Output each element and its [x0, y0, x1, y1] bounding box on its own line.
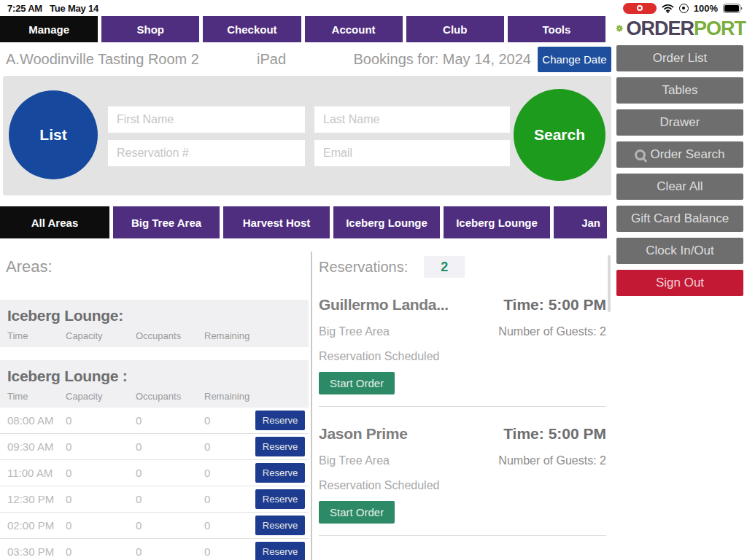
time-slot-row: 11:00 AM 0 0 0 Reserve	[0, 460, 309, 486]
column-headers: Time Capacity Occupants Remaining	[0, 330, 309, 341]
slot-occupants: 0	[136, 493, 204, 505]
area-tab[interactable]: Jan	[554, 206, 607, 238]
reservation-card: Jason Prime Time: 5:00 PM Big Tree Area …	[319, 425, 606, 536]
col-remaining: Remaining	[204, 391, 309, 402]
reserve-button[interactable]: Reserve	[255, 542, 305, 560]
slot-occupants: 0	[136, 414, 204, 427]
flower-icon	[616, 17, 623, 40]
guests-value: 2	[600, 454, 606, 467]
search-icon	[635, 149, 646, 160]
location-name: A.Woodinville Tasting Room 2	[6, 51, 199, 68]
location-header: A.Woodinville Tasting Room 2 iPad Bookin…	[0, 42, 613, 76]
slot-remaining: 0	[204, 545, 255, 558]
last-name-input[interactable]	[314, 106, 510, 133]
col-capacity: Capacity	[66, 330, 136, 341]
slot-remaining: 0	[204, 414, 255, 427]
change-date-button[interactable]: Change Date	[538, 47, 611, 72]
area-tab[interactable]: Harvest Host	[223, 206, 330, 238]
panel-divider	[311, 252, 312, 560]
reservation-number-input[interactable]	[108, 140, 305, 166]
sidebar-button[interactable]: Order Search	[616, 141, 743, 168]
col-remaining: Remaining	[204, 330, 309, 341]
search-button[interactable]: Search	[514, 89, 605, 181]
time-slot-row: 08:00 AM 0 0 0 Reserve	[0, 408, 309, 434]
slot-capacity: 0	[66, 414, 136, 427]
reservation-status: Reservation Scheduled	[319, 479, 606, 492]
col-time: Time	[7, 391, 66, 402]
battery-icon	[723, 4, 743, 13]
reservations-scrollbar[interactable]	[608, 255, 611, 312]
reservation-time: Time: 5:00 PM	[503, 425, 606, 443]
sidebar-button-label: Order List	[653, 51, 708, 66]
col-capacity: Capacity	[66, 391, 136, 402]
reserve-button[interactable]: Reserve	[255, 437, 305, 456]
guests-label: Number of Guests:	[498, 454, 596, 467]
sidebar-button[interactable]: Clear All	[616, 174, 743, 200]
sidebar-button-label: Sign Out	[656, 276, 704, 290]
slot-remaining: 0	[204, 519, 255, 532]
recording-indicator-icon[interactable]	[623, 3, 657, 14]
slot-capacity: 0	[66, 493, 136, 505]
guest-count: Number of Guests: 2	[498, 454, 606, 467]
logo-port: PORT	[694, 18, 746, 39]
sidebar-button[interactable]: Tables	[616, 77, 743, 104]
guests-value: 2	[600, 325, 606, 338]
list-button[interactable]: List	[9, 90, 98, 179]
guests-label: Number of Guests:	[498, 325, 596, 338]
sidebar-button-label: Clear All	[657, 179, 703, 194]
email-input[interactable]	[314, 140, 510, 166]
start-order-button[interactable]: Start Order	[319, 372, 395, 394]
nav-tab[interactable]: Club	[406, 16, 504, 42]
wifi-icon	[662, 4, 674, 13]
reservation-search-panel: List Search	[3, 76, 611, 195]
nav-tab[interactable]: Shop	[101, 16, 199, 42]
reservations-count-badge: 2	[424, 256, 465, 278]
slot-occupants: 0	[136, 440, 204, 453]
sidebar-button[interactable]: Gift Card Balance	[616, 206, 743, 232]
status-bar: 7:25 AM Tue May 14 100%	[0, 0, 747, 16]
slot-capacity: 0	[66, 467, 136, 479]
first-name-input[interactable]	[108, 106, 305, 133]
reserve-button[interactable]: Reserve	[255, 411, 305, 430]
area-tab[interactable]: Big Tree Area	[113, 206, 220, 238]
nav-tab[interactable]: Manage	[0, 16, 98, 42]
slot-remaining: 0	[204, 493, 255, 505]
time-slot-row: 12:30 PM 0 0 0 Reserve	[0, 486, 309, 513]
column-headers: Time Capacity Occupants Remaining	[0, 391, 309, 402]
sidebar-button-label: Order Search	[650, 147, 724, 162]
logo-order: ORDER	[626, 18, 694, 39]
sidebar-button[interactable]: Drawer	[616, 109, 743, 136]
nav-tab[interactable]: Checkout	[203, 16, 301, 42]
orientation-lock-icon	[679, 4, 689, 13]
reservation-area: Big Tree Area	[319, 454, 390, 467]
sidebar-button[interactable]: Sign Out	[616, 270, 743, 296]
slot-time: 11:00 AM	[7, 467, 66, 479]
nav-tab[interactable]: Account	[305, 16, 403, 42]
sidebar-button[interactable]: Clock In/Out	[616, 238, 743, 264]
sidebar-button[interactable]: Order List	[616, 45, 743, 71]
reserve-button[interactable]: Reserve	[255, 489, 305, 509]
clock-time: 7:25 AM	[7, 3, 42, 14]
slot-time: 08:00 AM	[7, 414, 66, 427]
nav-tab[interactable]: Tools	[508, 16, 605, 42]
slot-time: 12:30 PM	[7, 493, 66, 505]
area-tab[interactable]: Iceberg Lounge	[444, 206, 550, 238]
area-tab[interactable]: All Areas	[0, 206, 109, 238]
area-section-name: Iceberg Lounge :	[0, 368, 309, 385]
slot-occupants: 0	[136, 519, 204, 532]
areas-title: Areas:	[6, 257, 309, 276]
slot-time: 09:30 AM	[7, 440, 66, 453]
slot-capacity: 0	[66, 519, 136, 532]
area-tab[interactable]: Iceberg Lounge	[333, 206, 440, 238]
guest-name: Guillermo Landa...	[319, 296, 449, 314]
reservations-title: Reservations:	[319, 259, 408, 276]
area-section-2: Iceberg Lounge : Time Capacity Occupants…	[0, 360, 309, 408]
start-order-button[interactable]: Start Order	[319, 501, 395, 524]
reserve-button[interactable]: Reserve	[255, 516, 305, 535]
reserve-button[interactable]: Reserve	[255, 463, 305, 483]
time-slot-row: 03:30 PM 0 0 0 Reserve	[0, 539, 309, 560]
battery-percent: 100%	[694, 3, 718, 14]
time-value: 5:00 PM	[549, 296, 606, 313]
sidebar-button-label: Clock In/Out	[646, 244, 714, 258]
slot-remaining: 0	[204, 440, 255, 453]
